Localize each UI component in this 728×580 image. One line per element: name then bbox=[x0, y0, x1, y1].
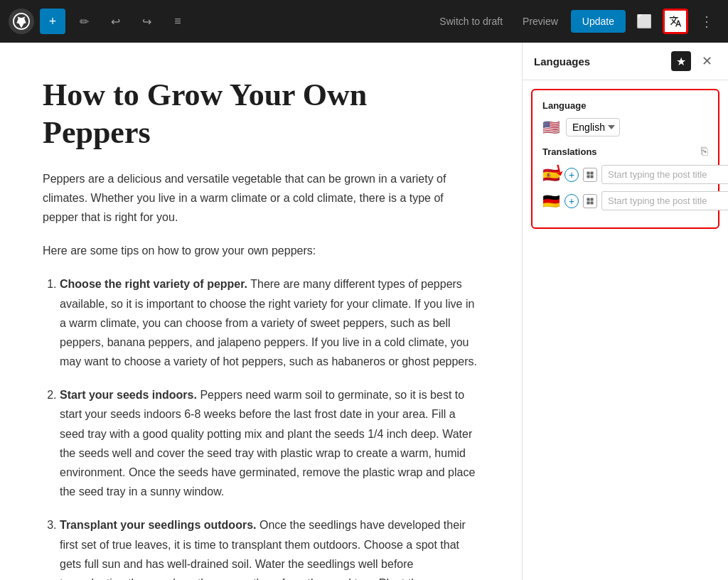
toolbar: + ✏ ↩ ↪ ≡ Switch to draft Preview Update… bbox=[0, 0, 728, 43]
language-section: Language 🇺🇸 English Translations ⎘ ➘ 🇪🇸 … bbox=[531, 89, 719, 229]
svg-rect-5 bbox=[591, 198, 594, 200]
panel-title: Languages bbox=[534, 55, 590, 68]
paragraph-1: Peppers are a delicious and versatile ve… bbox=[43, 169, 479, 227]
undo-button[interactable]: ↩ bbox=[102, 9, 128, 34]
add-translation-es-button[interactable]: + bbox=[564, 168, 579, 182]
translate-button[interactable] bbox=[663, 9, 688, 34]
redo-button[interactable]: ↪ bbox=[134, 9, 159, 34]
translation-input-de[interactable] bbox=[601, 191, 728, 210]
copy-icon[interactable]: ⎘ bbox=[701, 145, 708, 158]
translate-icon bbox=[669, 15, 682, 28]
close-button[interactable]: ✕ bbox=[697, 51, 717, 71]
wp-logo-icon bbox=[13, 13, 30, 30]
edit-translation-de-button[interactable] bbox=[583, 194, 597, 208]
list-item-bold: Start your seeds indoors. bbox=[60, 389, 197, 401]
post-title: How to Grow Your Own Peppers bbox=[43, 77, 479, 152]
edit-icon bbox=[586, 197, 594, 205]
panel-header-right: ★ ✕ bbox=[671, 51, 717, 71]
us-flag: 🇺🇸 bbox=[542, 120, 560, 134]
translation-input-es[interactable] bbox=[601, 165, 728, 184]
list-item-bold: Choose the right variety of pepper. bbox=[60, 278, 247, 290]
list-item-text: Peppers need warm soil to germinate, so … bbox=[60, 389, 475, 498]
svg-rect-4 bbox=[587, 198, 590, 200]
update-button[interactable]: Update bbox=[571, 10, 626, 33]
de-flag: 🇩🇪 bbox=[542, 194, 560, 208]
svg-rect-3 bbox=[591, 175, 594, 178]
svg-rect-6 bbox=[587, 201, 590, 204]
add-button[interactable]: + bbox=[40, 9, 65, 34]
language-label: Language bbox=[542, 100, 708, 111]
list-item-bold: Transplant your seedlings outdoors. bbox=[60, 519, 256, 531]
translations-header: Translations ⎘ bbox=[542, 145, 708, 158]
svg-rect-7 bbox=[591, 201, 594, 204]
edit-icon bbox=[586, 171, 594, 179]
editor-area: How to Grow Your Own Peppers Peppers are… bbox=[0, 43, 522, 580]
edit-button[interactable]: ✏ bbox=[71, 9, 97, 34]
wp-logo[interactable] bbox=[9, 9, 34, 34]
right-panel: Languages ★ ✕ Language 🇺🇸 English Transl… bbox=[522, 43, 728, 580]
list-item: Choose the right variety of pepper. Ther… bbox=[60, 274, 479, 371]
translations-label: Translations bbox=[542, 146, 597, 157]
svg-rect-2 bbox=[587, 175, 590, 178]
paragraph-2: Here are some tips on how to grow your o… bbox=[43, 241, 479, 260]
list-item: Start your seeds indoors. Peppers need w… bbox=[60, 385, 479, 501]
sidebar-toggle-button[interactable]: ⬜ bbox=[631, 9, 657, 34]
list-view-button[interactable]: ≡ bbox=[165, 9, 191, 34]
add-translation-de-button[interactable]: + bbox=[564, 194, 579, 208]
more-options-button[interactable]: ⋮ bbox=[694, 9, 719, 34]
edit-translation-es-button[interactable] bbox=[583, 168, 597, 182]
main-layout: How to Grow Your Own Peppers Peppers are… bbox=[0, 43, 728, 580]
svg-rect-1 bbox=[591, 171, 594, 174]
language-row: 🇺🇸 English bbox=[542, 118, 708, 136]
switch-to-draft-button[interactable]: Switch to draft bbox=[432, 11, 510, 31]
list-item-text: There are many different types of pepper… bbox=[60, 278, 477, 367]
translation-row-de: 🇩🇪 + bbox=[542, 191, 708, 210]
toolbar-right: Switch to draft Preview Update ⬜ ⋮ bbox=[432, 9, 719, 34]
language-select[interactable]: English bbox=[566, 118, 620, 136]
panel-header: Languages ★ ✕ bbox=[523, 43, 728, 80]
svg-rect-0 bbox=[587, 171, 590, 174]
list-item: Transplant your seedlings outdoors. Once… bbox=[60, 515, 479, 580]
tips-list: Choose the right variety of pepper. Ther… bbox=[60, 274, 479, 580]
preview-button[interactable]: Preview bbox=[515, 11, 565, 31]
star-button[interactable]: ★ bbox=[671, 51, 691, 71]
post-content: Peppers are a delicious and versatile ve… bbox=[43, 169, 479, 580]
